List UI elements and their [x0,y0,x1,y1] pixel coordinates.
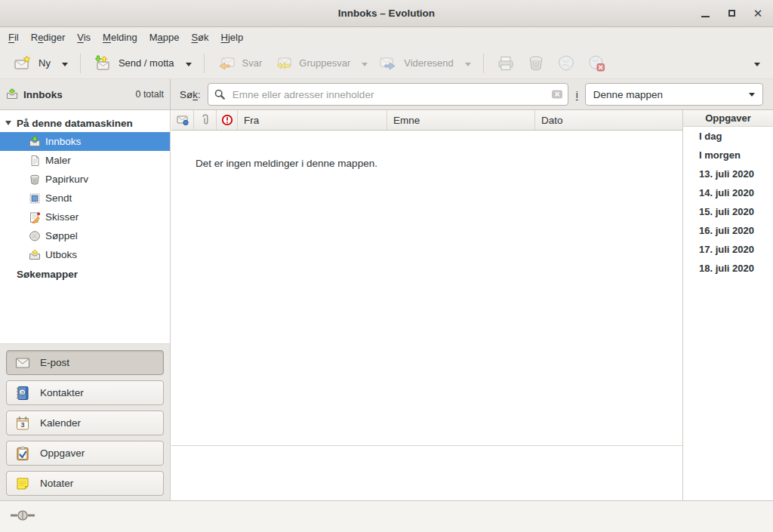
reply-icon [217,54,236,72]
task-item-today[interactable]: I dag [683,127,773,146]
column-status[interactable] [171,110,194,130]
junk-button[interactable] [551,51,581,76]
searchbar: Innboks 0 totalt Søk: i Denne mappen [0,79,773,110]
forward-dropdown[interactable] [460,54,476,72]
switcher-label: Notater [40,478,73,489]
trash-icon [29,174,41,186]
print-button[interactable] [491,51,521,76]
message-status-icon [177,114,189,126]
tree-root-search-folders[interactable]: Søkemapper [0,265,170,284]
menubar: Fil Rediger Vis Melding Mappe Søk Hjelp [0,27,773,48]
column-priority[interactable] [217,110,238,130]
priority-icon [221,114,233,126]
column-subject[interactable]: Emne [387,110,535,130]
task-item-tomorrow[interactable]: I morgen [683,146,773,165]
calendar-icon: 3 [15,416,30,431]
folder-innboks[interactable]: Innboks [0,132,170,151]
delete-button[interactable] [521,51,551,76]
task-item-date[interactable]: 15. juli 2020 [683,202,773,221]
menu-melding[interactable]: Melding [97,29,143,46]
menu-fil[interactable]: Fil [2,29,25,46]
search-input[interactable] [208,83,568,106]
chevron-down-icon [186,63,192,66]
menu-vis[interactable]: Vis [71,29,97,46]
group-reply-icon [274,54,292,72]
not-junk-icon [587,54,605,72]
folder-utboks[interactable]: Utboks [0,245,170,264]
menu-hjelp[interactable]: Hjelp [215,29,250,46]
toolbar-overflow-dropdown[interactable] [749,54,765,72]
current-folder-title: Innboks [23,89,63,100]
group-reply-button[interactable]: Gruppesvar [268,51,356,76]
search-label: Søk: [180,89,201,100]
folder-soppel[interactable]: Søppel [0,226,170,245]
task-item-date[interactable]: 13. juli 2020 [683,165,773,183]
statusbar [0,500,773,532]
outbox-icon [29,249,41,261]
tree-root-label: På denne datamaskinen [17,118,133,129]
maximize-button[interactable] [722,5,741,23]
minimize-button[interactable] [696,5,714,23]
reply-button[interactable]: Svar [211,51,269,76]
chevron-down-icon [749,93,755,97]
folder-label: Skisser [45,211,79,223]
group-reply-dropdown[interactable] [356,54,373,72]
junk-icon [557,54,575,72]
switcher-label: Oppgaver [40,447,85,459]
window-controls: ✕ [696,0,767,26]
folder-papirkurv[interactable]: Papirkurv [0,170,170,189]
task-item-date[interactable]: 17. juli 2020 [683,240,773,259]
menu-sok[interactable]: Søk [185,29,214,46]
toolbar-separator [204,54,205,73]
empty-folder-message: Det er ingen meldinger i denne mappen. [196,158,682,169]
switcher-mail[interactable]: E-post [6,350,164,375]
folder-label: Utboks [45,249,77,260]
forward-icon [379,54,397,72]
toolbar: Ny Send / motta Svar Gruppesvar Viderese… [0,48,773,79]
menu-rediger[interactable]: Rediger [25,29,72,46]
print-icon [497,54,515,72]
todo-bar-header: Oppgaver [683,110,773,127]
switcher-tasks[interactable]: Oppgaver [6,441,164,466]
search-scope-value: Denne mappen [593,89,663,100]
online-status-icon[interactable] [10,509,37,524]
not-junk-button[interactable] [581,51,611,76]
column-attachment[interactable] [194,110,217,130]
tree-root-on-this-computer[interactable]: På denne datamaskinen [0,114,170,132]
task-item-date[interactable]: 16. juli 2020 [683,221,773,240]
reply-label: Svar [242,57,263,69]
task-item-date[interactable]: 18. juli 2020 [683,259,773,278]
tasks-icon [15,446,30,461]
contacts-icon: @ [15,386,30,401]
folder-label: Sendt [45,192,72,204]
svg-text:@: @ [20,389,24,395]
forward-button[interactable]: Videresend [373,51,460,76]
new-dropdown[interactable] [57,54,73,72]
close-button[interactable]: ✕ [749,5,767,23]
switcher-calendar[interactable]: 3 Kalender [6,411,164,435]
chevron-down-icon [362,63,368,66]
clear-search-icon[interactable] [551,88,563,100]
templates-icon [29,155,41,167]
new-button[interactable]: Ny [8,51,57,76]
send-receive-button[interactable]: Send / motta [88,51,180,76]
folder-skisser[interactable]: Skisser [0,208,170,226]
search-scope-combobox[interactable]: Denne mappen [585,83,763,106]
task-item-date[interactable]: 14. juli 2020 [683,183,773,202]
column-date[interactable]: Dato [535,110,682,130]
folder-maler[interactable]: Maler [0,151,170,170]
todo-bar: Oppgaver I dag I morgen 13. juli 2020 14… [682,110,773,500]
menu-mappe[interactable]: Mappe [143,29,186,46]
expander-icon[interactable] [5,121,11,125]
message-count: 0 totalt [135,89,164,100]
toolbar-separator [483,54,484,73]
folder-sendt[interactable]: Sendt [0,189,170,208]
switcher-contacts[interactable]: @ Kontakter [6,380,164,405]
pane-divider[interactable] [171,445,682,446]
switcher-memos[interactable]: Notater [6,471,164,496]
chevron-down-icon [754,63,760,66]
search-icon[interactable] [214,88,226,100]
new-button-label: Ny [38,57,51,69]
send-receive-dropdown[interactable] [180,54,197,72]
column-from[interactable]: Fra [238,110,387,130]
